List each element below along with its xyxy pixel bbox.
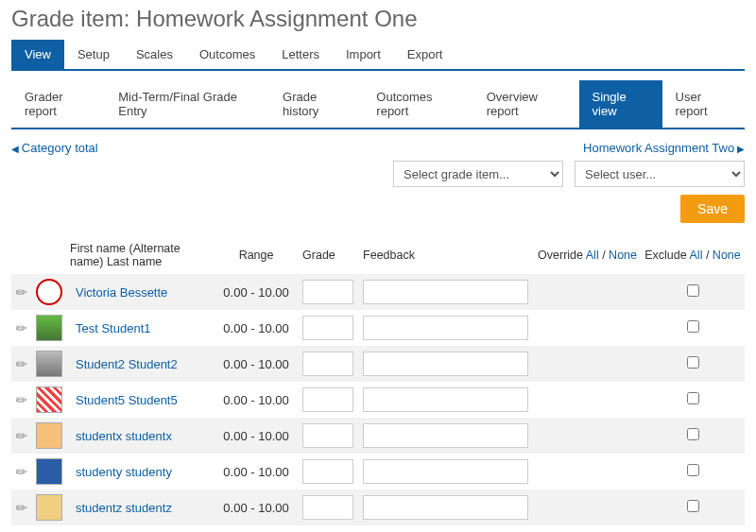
override-all-link[interactable]: All — [586, 249, 599, 262]
feedback-input[interactable] — [363, 495, 528, 520]
feedback-input[interactable] — [363, 316, 528, 340]
student-name-link[interactable]: Student2 Student2 — [76, 357, 178, 371]
subtab-grade-history[interactable]: Grade history — [269, 80, 363, 128]
tab-view[interactable]: View — [11, 40, 64, 69]
exclude-checkbox[interactable] — [687, 284, 699, 297]
student-name-link[interactable]: Student5 Student5 — [76, 393, 178, 407]
primary-tabs: ViewSetupScalesOutcomesLettersImportExpo… — [11, 40, 745, 71]
edit-icon[interactable]: ✎ — [12, 426, 31, 445]
edit-icon[interactable]: ✎ — [12, 390, 31, 409]
col-grade: Grade — [299, 236, 359, 274]
col-feedback: Feedback — [359, 236, 534, 274]
subtab-mid-term-final-grade-entry[interactable]: Mid-Term/Final Grade Entry — [105, 80, 269, 128]
feedback-input[interactable] — [363, 352, 528, 376]
page-title: Grade item: Homework Assignment One — [11, 6, 745, 32]
edit-icon[interactable]: ✎ — [12, 354, 31, 373]
subtab-single-view[interactable]: Single view — [579, 80, 662, 128]
select-user[interactable]: Select user... — [575, 161, 745, 187]
tab-setup[interactable]: Setup — [64, 40, 123, 69]
exclude-checkbox[interactable] — [687, 500, 699, 512]
student-name-link[interactable]: Victoria Bessette — [76, 285, 167, 300]
table-row: ✎studentz studentz0.00 - 10.00 — [11, 489, 745, 525]
grade-input[interactable] — [302, 423, 353, 448]
exclude-checkbox[interactable] — [687, 320, 699, 333]
grade-input[interactable] — [302, 387, 353, 412]
range-cell: 0.00 - 10.00 — [214, 382, 299, 418]
prev-item-link[interactable]: Category total — [11, 141, 98, 155]
subtab-outcomes-report[interactable]: Outcomes report — [363, 80, 472, 128]
table-row: ✎studentx studentx0.00 - 10.00 — [11, 418, 745, 454]
edit-icon[interactable]: ✎ — [12, 498, 31, 517]
subtab-grader-report[interactable]: Grader report — [11, 80, 105, 128]
feedback-input[interactable] — [363, 459, 528, 484]
exclude-checkbox[interactable] — [687, 464, 699, 476]
student-name-link[interactable]: Test Student1 — [76, 321, 151, 335]
table-row: ✎Student5 Student50.00 - 10.00 — [11, 382, 745, 418]
grade-input[interactable] — [302, 459, 353, 484]
edit-icon[interactable]: ✎ — [12, 283, 31, 301]
avatar — [36, 422, 62, 449]
override-none-link[interactable]: None — [609, 249, 637, 262]
range-cell: 0.00 - 10.00 — [214, 346, 299, 382]
range-cell: 0.00 - 10.00 — [214, 310, 299, 346]
student-name-link[interactable]: studenty studenty — [76, 465, 172, 479]
range-cell: 0.00 - 10.00 — [214, 418, 299, 454]
tab-outcomes[interactable]: Outcomes — [186, 40, 268, 69]
save-button[interactable]: Save — [680, 195, 745, 223]
student-name-link[interactable]: studentz studentz — [76, 501, 172, 515]
grade-input[interactable] — [302, 280, 353, 304]
col-override: Override All / None — [534, 236, 641, 274]
tab-import[interactable]: Import — [333, 40, 394, 69]
col-exclude: Exclude All / None — [641, 236, 745, 274]
feedback-input[interactable] — [363, 280, 528, 304]
edit-icon[interactable]: ✎ — [12, 318, 31, 337]
exclude-none-link[interactable]: None — [713, 249, 741, 262]
tab-scales[interactable]: Scales — [123, 40, 186, 69]
grade-input[interactable] — [302, 316, 353, 340]
next-item-link[interactable]: Homework Assignment Two — [583, 141, 745, 155]
exclude-all-link[interactable]: All — [690, 249, 703, 262]
avatar — [36, 494, 62, 521]
student-name-link[interactable]: studentx studentx — [76, 429, 172, 443]
col-name: First name (Alternate name) Last name — [66, 236, 214, 274]
table-row: ✎Student2 Student20.00 - 10.00 — [11, 346, 745, 382]
grade-input[interactable] — [302, 495, 353, 520]
range-cell: 0.00 - 10.00 — [214, 274, 299, 310]
range-cell: 0.00 - 10.00 — [214, 454, 299, 489]
table-row: ✎Victoria Bessette0.00 - 10.00 — [11, 274, 745, 310]
col-range: Range — [214, 236, 299, 274]
grade-input[interactable] — [302, 352, 353, 376]
tab-letters[interactable]: Letters — [268, 40, 333, 69]
secondary-tabs: Grader reportMid-Term/Final Grade EntryG… — [11, 80, 745, 129]
avatar — [36, 315, 62, 341]
exclude-checkbox[interactable] — [687, 392, 699, 404]
grades-table: First name (Alternate name) Last name Ra… — [11, 236, 745, 525]
avatar — [36, 458, 62, 485]
edit-icon[interactable]: ✎ — [12, 462, 31, 481]
avatar — [36, 351, 62, 377]
subtab-overview-report[interactable]: Overview report — [473, 80, 579, 128]
exclude-checkbox[interactable] — [687, 428, 699, 440]
table-row: ✎Test Student10.00 - 10.00 — [11, 310, 745, 346]
avatar — [36, 279, 62, 305]
feedback-input[interactable] — [363, 387, 528, 412]
subtab-user-report[interactable]: User report — [662, 80, 745, 128]
exclude-checkbox[interactable] — [687, 356, 699, 369]
avatar — [36, 386, 62, 413]
tab-export[interactable]: Export — [394, 40, 456, 69]
select-grade-item[interactable]: Select grade item... — [393, 161, 563, 187]
feedback-input[interactable] — [363, 423, 528, 448]
range-cell: 0.00 - 10.00 — [214, 489, 299, 525]
table-row: ✎studenty studenty0.00 - 10.00 — [11, 454, 745, 489]
